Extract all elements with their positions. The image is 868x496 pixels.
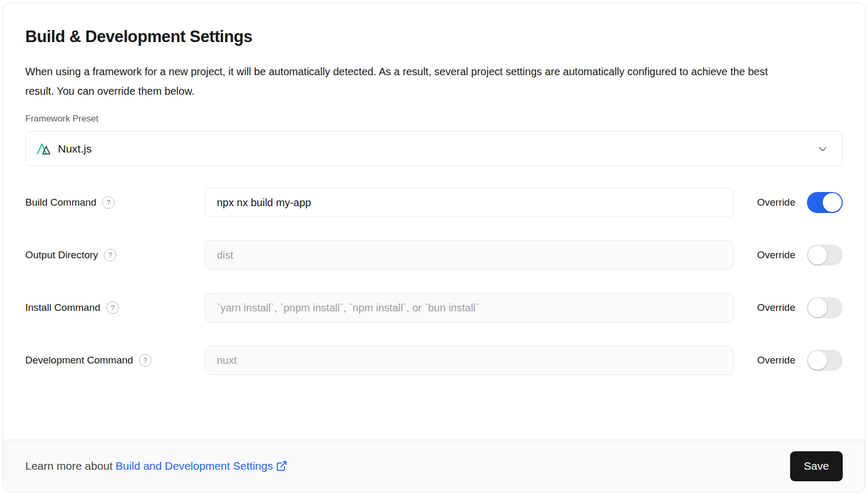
setting-row: Install Command ? Override bbox=[25, 293, 843, 322]
framework-preset-select[interactable]: Nuxt.js bbox=[25, 131, 843, 166]
build-settings-docs-link[interactable]: Build and Development Settings bbox=[116, 460, 273, 472]
save-button[interactable]: Save bbox=[790, 451, 843, 481]
setting-input[interactable] bbox=[205, 188, 734, 217]
override-label: Override bbox=[757, 197, 795, 208]
learn-more-text: Learn more about Build and Development S… bbox=[25, 460, 287, 472]
override-toggle[interactable] bbox=[807, 297, 843, 318]
setting-row: Build Command ? Override bbox=[25, 188, 843, 217]
setting-label-group: Development Command ? bbox=[25, 354, 205, 367]
setting-input[interactable] bbox=[205, 293, 734, 322]
setting-label-group: Install Command ? bbox=[25, 301, 205, 314]
setting-input[interactable] bbox=[205, 240, 734, 270]
setting-label: Build Command bbox=[25, 197, 96, 208]
override-toggle[interactable] bbox=[807, 350, 843, 371]
page-title: Build & Development Settings bbox=[25, 27, 843, 46]
toggle-knob bbox=[808, 246, 827, 265]
setting-label-group: Output Directory ? bbox=[25, 249, 205, 261]
override-label: Override bbox=[757, 355, 795, 366]
help-circle-icon[interactable]: ? bbox=[139, 354, 152, 367]
toggle-knob bbox=[808, 351, 827, 370]
override-toggle[interactable] bbox=[807, 245, 843, 266]
help-circle-icon[interactable]: ? bbox=[102, 196, 115, 209]
setting-row: Output Directory ? Override bbox=[25, 240, 843, 270]
help-circle-icon[interactable]: ? bbox=[106, 301, 119, 314]
learn-more-prefix: Learn more about bbox=[25, 460, 116, 472]
setting-label: Install Command bbox=[25, 302, 101, 313]
card-body: Build & Development Settings When using … bbox=[3, 3, 865, 440]
setting-label-group: Build Command ? bbox=[25, 196, 205, 209]
nuxt-logo-icon bbox=[36, 142, 51, 155]
setting-input[interactable] bbox=[205, 346, 734, 375]
chevron-down-icon bbox=[817, 143, 829, 155]
override-label: Override bbox=[757, 249, 795, 261]
framework-preset-label: Framework Preset bbox=[25, 114, 843, 124]
settings-rows: Build Command ? Override Output Director… bbox=[25, 188, 843, 375]
framework-preset-value: Nuxt.js bbox=[58, 143, 92, 155]
external-link-icon bbox=[276, 460, 287, 472]
toggle-knob bbox=[808, 298, 827, 317]
section-description: When using a framework for a new project… bbox=[25, 62, 786, 101]
setting-row: Development Command ? Override bbox=[25, 346, 843, 375]
setting-label: Development Command bbox=[25, 355, 133, 366]
help-circle-icon[interactable]: ? bbox=[104, 249, 116, 261]
override-toggle[interactable] bbox=[807, 192, 843, 213]
setting-label: Output Directory bbox=[25, 249, 98, 261]
build-settings-card: Build & Development Settings When using … bbox=[3, 3, 865, 492]
card-footer: Learn more about Build and Development S… bbox=[3, 440, 865, 492]
override-label: Override bbox=[757, 302, 795, 313]
toggle-knob bbox=[823, 193, 842, 212]
